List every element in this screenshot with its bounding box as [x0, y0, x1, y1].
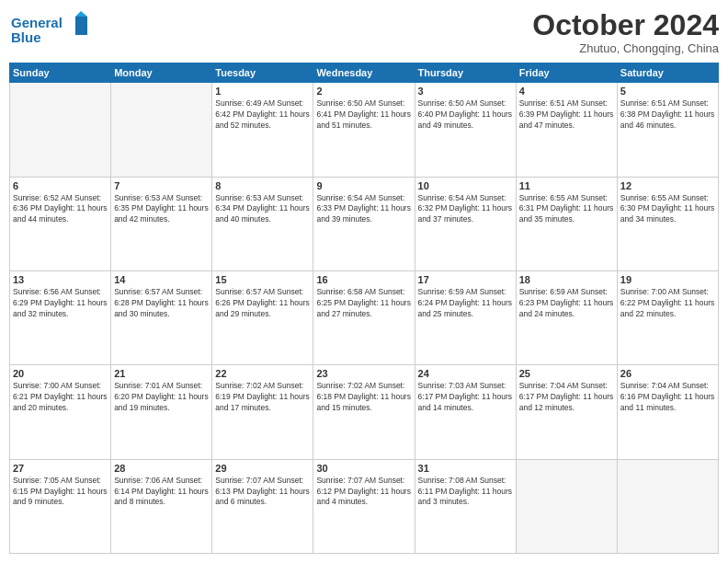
day-info: Sunrise: 6:54 AM Sunset: 6:32 PM Dayligh…: [418, 193, 513, 226]
day-info: Sunrise: 6:57 AM Sunset: 6:26 PM Dayligh…: [215, 287, 310, 320]
svg-text:General: General: [11, 15, 63, 30]
day-number: 29: [215, 463, 310, 474]
calendar-cell: 9Sunrise: 6:54 AM Sunset: 6:33 PM Daylig…: [313, 177, 415, 270]
day-number: 8: [215, 180, 310, 191]
calendar-cell: 30Sunrise: 7:07 AM Sunset: 6:12 PM Dayli…: [313, 459, 415, 553]
day-number: 10: [418, 180, 513, 191]
svg-marker-2: [75, 17, 87, 35]
day-info: Sunrise: 7:04 AM Sunset: 6:16 PM Dayligh…: [620, 381, 715, 414]
calendar-cell: 10Sunrise: 6:54 AM Sunset: 6:32 PM Dayli…: [415, 177, 516, 270]
calendar-cell: [617, 459, 718, 553]
day-info: Sunrise: 7:02 AM Sunset: 6:19 PM Dayligh…: [215, 381, 310, 414]
calendar-cell: 19Sunrise: 7:00 AM Sunset: 6:22 PM Dayli…: [617, 270, 718, 364]
day-number: 21: [114, 368, 209, 379]
calendar-cell: 3Sunrise: 6:50 AM Sunset: 6:40 PM Daylig…: [415, 83, 516, 177]
day-number: 17: [418, 274, 513, 285]
location: Zhutuo, Chongqing, China: [532, 41, 719, 55]
calendar-cell: [111, 83, 212, 177]
calendar-cell: 18Sunrise: 6:59 AM Sunset: 6:23 PM Dayli…: [516, 270, 617, 364]
calendar-week-1: 6Sunrise: 6:52 AM Sunset: 6:36 PM Daylig…: [10, 177, 719, 270]
header-friday: Friday: [516, 63, 617, 83]
calendar-cell: 31Sunrise: 7:08 AM Sunset: 6:11 PM Dayli…: [415, 459, 516, 553]
day-info: Sunrise: 7:00 AM Sunset: 6:21 PM Dayligh…: [13, 381, 108, 414]
day-info: Sunrise: 7:08 AM Sunset: 6:11 PM Dayligh…: [418, 476, 513, 509]
calendar-cell: 11Sunrise: 6:55 AM Sunset: 6:31 PM Dayli…: [516, 177, 617, 270]
day-number: 30: [316, 463, 411, 474]
day-number: 9: [316, 180, 411, 191]
calendar-week-3: 20Sunrise: 7:00 AM Sunset: 6:21 PM Dayli…: [10, 365, 719, 459]
calendar-cell: 23Sunrise: 7:02 AM Sunset: 6:18 PM Dayli…: [313, 365, 415, 459]
calendar-cell: 16Sunrise: 6:58 AM Sunset: 6:25 PM Dayli…: [313, 270, 415, 364]
day-info: Sunrise: 6:52 AM Sunset: 6:36 PM Dayligh…: [13, 193, 108, 226]
day-info: Sunrise: 6:58 AM Sunset: 6:25 PM Dayligh…: [316, 287, 411, 320]
day-number: 15: [215, 274, 310, 285]
calendar-cell: 8Sunrise: 6:53 AM Sunset: 6:34 PM Daylig…: [212, 177, 313, 270]
day-info: Sunrise: 7:00 AM Sunset: 6:22 PM Dayligh…: [620, 287, 715, 320]
day-number: 18: [519, 274, 614, 285]
calendar-header-row: Sunday Monday Tuesday Wednesday Thursday…: [10, 63, 719, 83]
header-tuesday: Tuesday: [212, 63, 313, 83]
calendar-cell: 2Sunrise: 6:50 AM Sunset: 6:41 PM Daylig…: [313, 83, 415, 177]
calendar-cell: 29Sunrise: 7:07 AM Sunset: 6:13 PM Dayli…: [212, 459, 313, 553]
calendar-cell: 1Sunrise: 6:49 AM Sunset: 6:42 PM Daylig…: [212, 83, 313, 177]
day-number: 25: [519, 368, 614, 379]
title-block: October 2024 Zhutuo, Chongqing, China: [532, 9, 719, 55]
day-info: Sunrise: 6:54 AM Sunset: 6:33 PM Dayligh…: [316, 193, 411, 226]
day-info: Sunrise: 6:56 AM Sunset: 6:29 PM Dayligh…: [13, 287, 108, 320]
day-number: 11: [519, 180, 614, 191]
day-info: Sunrise: 6:59 AM Sunset: 6:24 PM Dayligh…: [418, 287, 513, 320]
calendar-cell: 15Sunrise: 6:57 AM Sunset: 6:26 PM Dayli…: [212, 270, 313, 364]
calendar-cell: 12Sunrise: 6:55 AM Sunset: 6:30 PM Dayli…: [617, 177, 718, 270]
logo: General Blue: [9, 9, 92, 54]
day-info: Sunrise: 6:50 AM Sunset: 6:40 PM Dayligh…: [418, 98, 513, 132]
day-number: 1: [215, 86, 310, 97]
calendar-table: Sunday Monday Tuesday Wednesday Thursday…: [9, 63, 719, 554]
calendar-cell: 17Sunrise: 6:59 AM Sunset: 6:24 PM Dayli…: [415, 270, 516, 364]
calendar-cell: 7Sunrise: 6:53 AM Sunset: 6:35 PM Daylig…: [111, 177, 212, 270]
day-number: 14: [114, 274, 209, 285]
day-info: Sunrise: 6:55 AM Sunset: 6:31 PM Dayligh…: [519, 193, 614, 226]
day-info: Sunrise: 6:51 AM Sunset: 6:38 PM Dayligh…: [620, 98, 715, 132]
day-number: 2: [316, 86, 411, 97]
calendar-cell: 25Sunrise: 7:04 AM Sunset: 6:17 PM Dayli…: [516, 365, 617, 459]
day-info: Sunrise: 6:55 AM Sunset: 6:30 PM Dayligh…: [620, 193, 715, 226]
calendar-cell: [516, 459, 617, 553]
calendar-week-0: 1Sunrise: 6:49 AM Sunset: 6:42 PM Daylig…: [10, 83, 719, 177]
calendar-cell: 20Sunrise: 7:00 AM Sunset: 6:21 PM Dayli…: [10, 365, 111, 459]
calendar-cell: [10, 83, 111, 177]
calendar-cell: 6Sunrise: 6:52 AM Sunset: 6:36 PM Daylig…: [10, 177, 111, 270]
day-info: Sunrise: 6:49 AM Sunset: 6:42 PM Dayligh…: [215, 98, 310, 132]
calendar-cell: 4Sunrise: 6:51 AM Sunset: 6:39 PM Daylig…: [516, 83, 617, 177]
calendar-cell: 13Sunrise: 6:56 AM Sunset: 6:29 PM Dayli…: [10, 270, 111, 364]
calendar-cell: 22Sunrise: 7:02 AM Sunset: 6:19 PM Dayli…: [212, 365, 313, 459]
day-info: Sunrise: 6:51 AM Sunset: 6:39 PM Dayligh…: [519, 98, 614, 132]
calendar-week-2: 13Sunrise: 6:56 AM Sunset: 6:29 PM Dayli…: [10, 270, 719, 364]
page: General Blue October 2024 Zhutuo, Chongq…: [0, 0, 728, 563]
calendar-cell: 26Sunrise: 7:04 AM Sunset: 6:16 PM Dayli…: [617, 365, 718, 459]
day-number: 23: [316, 368, 411, 379]
day-number: 4: [519, 86, 614, 97]
day-info: Sunrise: 7:07 AM Sunset: 6:12 PM Dayligh…: [316, 476, 411, 509]
header-wednesday: Wednesday: [313, 63, 415, 83]
day-info: Sunrise: 6:59 AM Sunset: 6:23 PM Dayligh…: [519, 287, 614, 320]
day-number: 3: [418, 86, 513, 97]
header-saturday: Saturday: [617, 63, 718, 83]
calendar-cell: 27Sunrise: 7:05 AM Sunset: 6:15 PM Dayli…: [10, 459, 111, 553]
calendar-cell: 5Sunrise: 6:51 AM Sunset: 6:38 PM Daylig…: [617, 83, 718, 177]
day-info: Sunrise: 7:04 AM Sunset: 6:17 PM Dayligh…: [519, 381, 614, 414]
day-info: Sunrise: 7:01 AM Sunset: 6:20 PM Dayligh…: [114, 381, 209, 414]
day-number: 26: [620, 368, 715, 379]
header-thursday: Thursday: [415, 63, 516, 83]
day-number: 20: [13, 368, 108, 379]
calendar-cell: 28Sunrise: 7:06 AM Sunset: 6:14 PM Dayli…: [111, 459, 212, 553]
day-info: Sunrise: 7:06 AM Sunset: 6:14 PM Dayligh…: [114, 476, 209, 509]
calendar-week-4: 27Sunrise: 7:05 AM Sunset: 6:15 PM Dayli…: [10, 459, 719, 553]
calendar-cell: 21Sunrise: 7:01 AM Sunset: 6:20 PM Dayli…: [111, 365, 212, 459]
day-info: Sunrise: 6:53 AM Sunset: 6:34 PM Dayligh…: [215, 193, 310, 226]
day-info: Sunrise: 6:53 AM Sunset: 6:35 PM Dayligh…: [114, 193, 209, 226]
svg-marker-3: [75, 11, 87, 17]
svg-text:Blue: Blue: [11, 29, 41, 45]
day-info: Sunrise: 7:02 AM Sunset: 6:18 PM Dayligh…: [316, 381, 411, 414]
day-number: 5: [620, 86, 715, 97]
logo-icon: General Blue: [9, 9, 92, 51]
